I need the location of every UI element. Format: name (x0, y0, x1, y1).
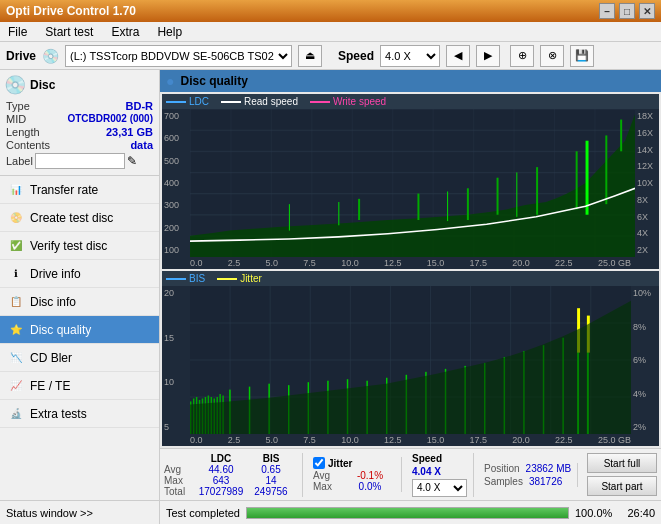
nav-verify-test-disc[interactable]: ✅ Verify test disc (0, 232, 159, 260)
bot-y-axis-right: 10%8%6%4%2% (631, 286, 659, 434)
jitter-section: Jitter Avg -0.1% Max 0.0% (307, 457, 402, 492)
speed-next-button[interactable]: ▶ (476, 45, 500, 67)
nav-transfer-rate[interactable]: 📊 Transfer rate (0, 176, 159, 204)
disc-length-label: Length (6, 126, 40, 138)
verify-test-disc-icon: ✅ (8, 238, 24, 254)
svg-rect-19 (516, 172, 517, 216)
nav-create-test-disc[interactable]: 📀 Create test disc (0, 204, 159, 232)
start-part-button[interactable]: Start part (587, 476, 657, 496)
menu-help[interactable]: Help (153, 25, 186, 39)
status-window-button[interactable]: Status window >> (0, 501, 160, 524)
progress-bar-fill (247, 508, 568, 518)
disc-label-input[interactable] (35, 153, 125, 169)
nav-disc-quality[interactable]: ⭐ Disc quality (0, 316, 159, 344)
ldc-legend-label: LDC (189, 96, 209, 107)
start-full-button[interactable]: Start full (587, 453, 657, 473)
nav-cd-bler[interactable]: 📉 CD Bler (0, 344, 159, 372)
jitter-max-label: Max (313, 481, 345, 492)
status-window-label: Status window >> (6, 507, 93, 519)
transfer-rate-icon: 📊 (8, 182, 24, 198)
window-controls: – □ ✕ (599, 3, 655, 19)
fe-te-icon: 📈 (8, 378, 24, 394)
disc-type-label: Type (6, 100, 30, 112)
svg-rect-13 (576, 151, 578, 209)
speed-select[interactable]: 4.0 X (380, 45, 440, 67)
nav-disc-info[interactable]: 📋 Disc info (0, 288, 159, 316)
svg-rect-12 (536, 167, 538, 215)
svg-rect-17 (338, 202, 339, 225)
svg-rect-10 (467, 188, 469, 220)
speed-section: Speed 4.04 X 4.0 X (406, 453, 474, 497)
bot-x-axis: 0.02.55.07.510.012.515.017.520.022.525.0… (162, 434, 659, 446)
start-buttons: Start full Start part (587, 453, 657, 496)
stats-empty-header (164, 453, 196, 464)
progress-percentage: 100.0% (575, 507, 613, 519)
nav-fe-te-label: FE / TE (30, 379, 70, 393)
disc-contents-label: Contents (6, 139, 50, 151)
jitter-checkbox[interactable] (313, 457, 325, 469)
top-chart-canvas (190, 109, 635, 257)
main-content: 💿 Disc Type BD-R MID OTCBDR002 (000) Len… (0, 70, 661, 500)
samples-label: Samples (484, 476, 523, 487)
bis-max: 14 (246, 475, 296, 486)
disc-icon: 💿 (4, 74, 26, 96)
nav-fe-te[interactable]: 📈 FE / TE (0, 372, 159, 400)
progress-bar-background (246, 507, 569, 519)
nav-verify-test-disc-label: Verify test disc (30, 239, 107, 253)
disc-contents-row: Contents data (6, 139, 153, 151)
jitter-values: Avg -0.1% Max 0.0% (313, 470, 395, 492)
speed-prev-button[interactable]: ◀ (446, 45, 470, 67)
speed-stat-dropdown[interactable]: 4.0 X (412, 479, 467, 497)
speed-current-val: 4.04 X (412, 466, 467, 477)
maximize-button[interactable]: □ (619, 3, 635, 19)
ldc-column-header: LDC (196, 453, 246, 464)
statusbar: Status window >> Test completed 100.0% 2… (0, 500, 661, 524)
status-progress-area: Test completed 100.0% 26:40 (160, 507, 661, 519)
bot-chart-svg (190, 286, 631, 434)
disc-mid-label: MID (6, 113, 26, 125)
jitter-legend: Jitter (217, 273, 262, 284)
progress-time: 26:40 (619, 507, 655, 519)
jitter-avg-label: Avg (313, 470, 345, 481)
close-button[interactable]: ✕ (639, 3, 655, 19)
menu-start-test[interactable]: Start test (41, 25, 97, 39)
nav-extra-tests-label: Extra tests (30, 407, 87, 421)
write-speed-legend: Write speed (310, 96, 386, 107)
svg-rect-18 (447, 191, 448, 221)
svg-rect-16 (289, 204, 290, 230)
disc-title: Disc (30, 78, 55, 92)
drive-select[interactable]: (L:) TSSTcorp BDDVDW SE-506CB TS02 (65, 45, 292, 67)
bis-legend: BIS (166, 273, 205, 284)
bis-avg: 0.65 (246, 464, 296, 475)
menu-file[interactable]: File (4, 25, 31, 39)
sidebar: 💿 Disc Type BD-R MID OTCBDR002 (000) Len… (0, 70, 160, 500)
action-btn-3[interactable]: 💾 (570, 45, 594, 67)
top-y-axis-left: 700600500400300200100 (162, 109, 190, 257)
max-label: Max (164, 475, 196, 486)
ldc-total: 17027989 (196, 486, 246, 497)
disc-label-row: Label ✎ (6, 153, 153, 169)
menu-extra[interactable]: Extra (107, 25, 143, 39)
jitter-label: Jitter (328, 458, 352, 469)
ldc-max: 643 (196, 475, 246, 486)
stats-row: LDC BIS Avg 44.60 0.65 Max 643 14 Total … (160, 448, 661, 500)
samples-row: Samples 381726 (484, 476, 571, 487)
jitter-avg-val: -0.1% (345, 470, 395, 481)
nav-drive-info[interactable]: ℹ Drive info (0, 260, 159, 288)
nav-panel: 📊 Transfer rate 📀 Create test disc ✅ Ver… (0, 176, 159, 500)
disc-panel: 💿 Disc Type BD-R MID OTCBDR002 (000) Len… (0, 70, 159, 176)
disc-type-value: BD-R (126, 100, 154, 112)
action-btn-1[interactable]: ⊕ (510, 45, 534, 67)
nav-extra-tests[interactable]: 🔬 Extra tests (0, 400, 159, 428)
menubar: File Start test Extra Help (0, 22, 661, 42)
bis-total: 249756 (246, 486, 296, 497)
eject-button[interactable]: ⏏ (298, 45, 322, 67)
svg-rect-15 (620, 120, 622, 152)
label-icon[interactable]: ✎ (127, 154, 137, 168)
minimize-button[interactable]: – (599, 3, 615, 19)
svg-rect-11 (497, 178, 499, 215)
action-btn-2[interactable]: ⊗ (540, 45, 564, 67)
ldc-avg: 44.60 (196, 464, 246, 475)
create-test-disc-icon: 📀 (8, 210, 24, 226)
nav-cd-bler-label: CD Bler (30, 351, 72, 365)
